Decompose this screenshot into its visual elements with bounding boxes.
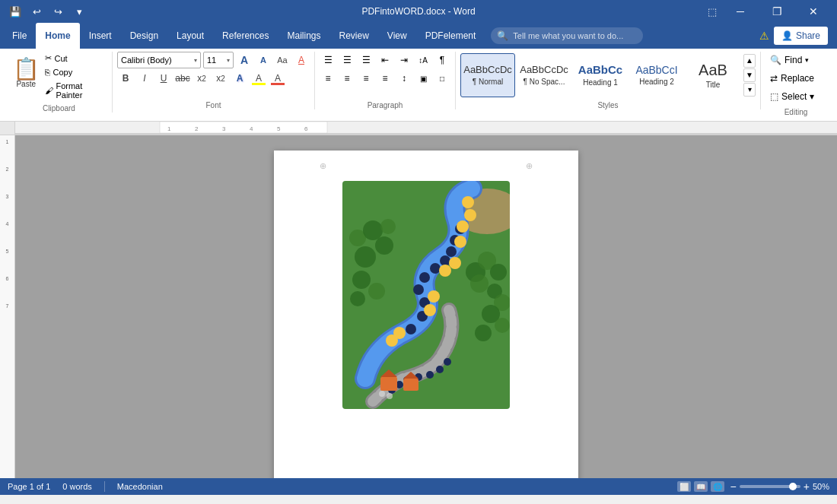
format-mark-top-right: ⊕ — [526, 161, 533, 171]
superscript-button[interactable]: x2 — [212, 70, 229, 87]
svg-text:1: 1 — [167, 125, 171, 132]
increase-indent-button[interactable]: ⇥ — [396, 52, 412, 68]
svg-text:3: 3 — [222, 125, 226, 132]
multilevel-button[interactable]: ☰ — [358, 52, 374, 68]
zoom-slider[interactable] — [740, 485, 800, 488]
svg-point-26 — [449, 257, 461, 269]
decrease-indent-button[interactable]: ⇤ — [377, 52, 393, 68]
copy-icon: ⎘ — [45, 68, 50, 77]
underline-button[interactable]: U — [155, 70, 172, 87]
read-mode-button[interactable]: 📖 — [694, 481, 708, 492]
svg-text:5: 5 — [277, 125, 281, 132]
styles-scroll-down[interactable]: ▼ — [743, 68, 756, 82]
sort-button[interactable]: ↕A — [415, 52, 431, 68]
style-no-spacing[interactable]: AaBbCcDc ¶ No Spac... — [517, 53, 571, 97]
close-button[interactable]: ✕ — [796, 0, 831, 23]
style-title[interactable]: AaB Title — [686, 53, 740, 97]
save-qa-button[interactable]: 💾 — [6, 2, 24, 21]
minimize-button[interactable]: ─ — [723, 0, 758, 23]
font-family-selector[interactable]: Calibri (Body) ▾ — [117, 52, 201, 68]
font-color-button[interactable]: A — [269, 70, 286, 87]
strikethrough-button[interactable]: abc — [174, 70, 191, 87]
bullets-button[interactable]: ☰ — [320, 52, 336, 68]
zoom-in-button[interactable]: + — [804, 480, 810, 493]
grow-font-button[interactable]: A — [236, 52, 253, 68]
menu-layout[interactable]: Layout — [167, 23, 213, 49]
style-normal-preview: AaBbCcDc — [463, 64, 512, 76]
format-painter-icon: 🖌 — [45, 86, 53, 95]
print-layout-button[interactable]: ⬜ — [677, 481, 691, 492]
copy-button[interactable]: ⎘ Copy — [43, 66, 107, 78]
ribbon-group-editing: 🔍 Find ▾ ⇄ Replace ⬚ Select ▾ Editing — [761, 52, 831, 116]
italic-button[interactable]: I — [136, 70, 153, 87]
svg-point-48 — [490, 264, 507, 281]
menu-home[interactable]: Home — [36, 23, 79, 49]
text-effects-button[interactable]: A — [231, 70, 248, 87]
search-icon: 🔍 — [497, 30, 508, 41]
tell-me-search[interactable]: 🔍 Tell me what you want to do... — [491, 27, 643, 44]
select-button[interactable]: ⬚ Select ▾ — [765, 88, 826, 105]
highlight-button[interactable]: A — [250, 70, 267, 87]
styles-more[interactable]: ▾ — [743, 83, 756, 97]
board-game-image — [342, 181, 510, 409]
paragraph-label: Paragraph — [320, 98, 450, 109]
web-view-button[interactable]: 🌐 — [711, 481, 724, 492]
menu-file[interactable]: File — [3, 23, 36, 49]
zoom-out-button[interactable]: − — [730, 480, 737, 493]
menu-design[interactable]: Design — [121, 23, 167, 49]
styles-content: AaBbCcDc ¶ Normal AaBbCcDc ¶ No Spac... … — [460, 52, 756, 98]
font-family-arrow: ▾ — [194, 57, 197, 64]
customize-qa-button[interactable]: ▾ — [70, 2, 88, 21]
style-normal[interactable]: AaBbCcDc ¶ Normal — [460, 53, 515, 97]
show-markup-button[interactable]: ¶ — [434, 52, 450, 68]
shrink-font-button[interactable]: A — [255, 52, 272, 68]
menu-view[interactable]: View — [378, 23, 416, 49]
shading-button[interactable]: ▣ — [415, 70, 431, 87]
redo-qa-button[interactable]: ↪ — [49, 2, 67, 21]
cut-icon: ✂ — [45, 53, 52, 63]
cut-button[interactable]: ✂ Cut — [43, 52, 107, 65]
change-case-button[interactable]: Aa — [274, 52, 291, 68]
menu-insert[interactable]: Insert — [80, 23, 121, 49]
bold-button[interactable]: B — [117, 70, 134, 87]
editing-label: Editing — [765, 105, 826, 116]
svg-point-22 — [393, 327, 406, 339]
align-center-button[interactable]: ≡ — [339, 70, 355, 87]
svg-point-18 — [446, 246, 457, 257]
justify-button[interactable]: ≡ — [377, 70, 393, 87]
ribbon-display-button[interactable]: ⬚ — [703, 2, 721, 21]
clear-format-button[interactable]: A — [293, 52, 310, 68]
align-left-button[interactable]: ≡ — [320, 70, 336, 87]
font-size-arrow: ▾ — [227, 57, 230, 64]
borders-button[interactable]: □ — [434, 70, 450, 87]
document-area[interactable]: ⊕ ⊕ ⊕ ⊕ — [15, 135, 837, 478]
numbering-button[interactable]: ☰ — [339, 52, 355, 68]
svg-point-29 — [464, 209, 476, 221]
line-spacing-button[interactable]: ↕ — [396, 70, 412, 87]
undo-qa-button[interactable]: ↩ — [27, 2, 46, 21]
styles-scroll-up[interactable]: ▲ — [743, 54, 756, 68]
share-label: Share — [796, 30, 820, 41]
replace-button[interactable]: ⇄ Replace — [765, 70, 826, 87]
menu-pdfelement[interactable]: PDFelement — [416, 23, 485, 49]
menu-mailings[interactable]: Mailings — [278, 23, 329, 49]
style-h1-preview: AaBbCc — [578, 63, 622, 77]
style-heading2[interactable]: AaBbCcI Heading 2 — [629, 53, 684, 97]
align-right-button[interactable]: ≡ — [358, 70, 374, 87]
menu-review[interactable]: Review — [329, 23, 377, 49]
font-size-selector[interactable]: 11 ▾ — [203, 52, 234, 68]
svg-text:6: 6 — [304, 125, 308, 132]
restore-button[interactable]: ❐ — [759, 0, 794, 23]
subscript-button[interactable]: x2 — [193, 70, 210, 87]
title-bar-controls: ⬚ ─ ❐ ✕ — [703, 0, 831, 23]
svg-point-49 — [470, 274, 489, 293]
svg-point-54 — [475, 325, 492, 341]
paste-button[interactable]: 📋 Paste — [11, 52, 41, 94]
find-button[interactable]: 🔍 Find ▾ — [765, 52, 826, 68]
format-painter-button[interactable]: 🖌 Format Painter — [43, 80, 107, 101]
title-bar-left: 💾 ↩ ↪ ▾ — [6, 2, 88, 21]
style-heading1[interactable]: AaBbCc Heading 1 — [573, 53, 628, 97]
share-button[interactable]: 👤 Share — [774, 27, 828, 45]
svg-text:4: 4 — [250, 125, 253, 132]
menu-references[interactable]: References — [213, 23, 278, 49]
